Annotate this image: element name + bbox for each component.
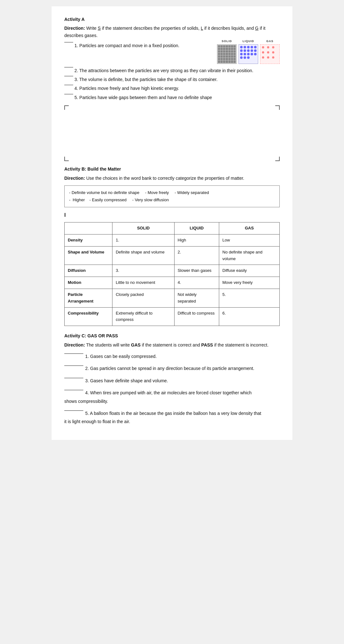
states-diagram: SOLID LIQUID <box>217 39 280 64</box>
question-item-3: 3. The volume is definite, but the parti… <box>64 76 280 83</box>
table-header-solid: SOLID <box>112 222 174 234</box>
activity-b-direction: Direction: Use the choices in the word b… <box>64 175 280 182</box>
question-text-1: 1. Particles are compact and move in a f… <box>74 42 214 49</box>
activity-c-text-1: 1. Gases can be easily compressed. <box>85 353 157 360</box>
activity-c-text-4: 4. When tires are pumped with air, the a… <box>85 389 252 396</box>
solid-compress: Extremely difficult to compress <box>112 307 174 326</box>
word-bank-item-1: Definite volume but no definite shape <box>72 190 139 195</box>
activity-c-text-5: 5. A balloon floats in the air because t… <box>85 410 261 417</box>
activity-c-text-4b: shows compressibility. <box>64 398 108 405</box>
liquid-density: High <box>174 234 219 247</box>
question-item-5: 5. Particles have wide gaps between them… <box>64 94 280 101</box>
question-text-2: 2. The attractions between the particles… <box>74 67 280 74</box>
activity-c-text-3: 3. Gases have definite shape and volume. <box>85 377 168 384</box>
blank-1 <box>64 42 73 42</box>
solid-label: SOLID <box>222 39 232 43</box>
activity-c-item-3: 3. Gases have definite shape and volume. <box>64 377 280 384</box>
liquid-particle: Not widely separated <box>174 289 219 308</box>
blank-5 <box>64 94 73 94</box>
gas-shape: No definite shape and volume <box>219 246 280 265</box>
question-text-4: 4. Particles move freely and have high k… <box>74 85 280 92</box>
blank-c-5 <box>64 410 83 411</box>
activity-c-item-2: 2. Gas particles cannot be spread in any… <box>64 365 280 372</box>
direction-label: Direction: <box>64 26 85 31</box>
word-bank-item-2: Move freely <box>148 190 169 195</box>
activity-c-title: Activity C: GAS OR PASS <box>64 332 280 339</box>
word-bank-item-4: Higher <box>72 197 85 202</box>
gas-word: GAS <box>131 342 141 347</box>
liquid-box: LIQUID <box>239 39 258 64</box>
question-item-2: 2. The attractions between the particles… <box>64 67 280 74</box>
activity-b-section: Activity B: Build the Matter Direction: … <box>64 166 280 326</box>
liquid-motion: 4. <box>174 277 219 289</box>
blank-3 <box>64 76 73 76</box>
diagram-area: 1. Particles are compact and move in a f… <box>64 42 280 64</box>
activity-b-direction-text: Use the choices in the word bank to corr… <box>86 176 244 181</box>
word-bank: - Definite volume but no definite shape … <box>64 185 280 207</box>
table-row: Particle Arrangement Closely packed Not … <box>65 289 280 308</box>
solid-shape: Definite shape and volume <box>112 246 174 265</box>
corner-box-a <box>64 105 280 121</box>
gas-key: G <box>255 26 258 31</box>
solid-grid <box>217 44 237 64</box>
word-bank-item-5: Easily compressed <box>92 197 126 202</box>
solid-box: SOLID <box>217 39 237 64</box>
page: Activity A Direction: Write S if the sta… <box>52 6 292 440</box>
gas-particle: 5. <box>219 289 280 308</box>
blank-c-1 <box>64 353 83 354</box>
gas-label: GAS <box>266 39 274 43</box>
activity-a-title: Activity A <box>64 16 280 23</box>
table-row: Density 1. High Low <box>65 234 280 247</box>
property-shape: Shape and Volume <box>65 246 112 265</box>
matter-table: SOLID LIQUID GAS Density 1. High Low Sha… <box>64 222 280 326</box>
table-header-liquid: LIQUID <box>174 222 219 234</box>
property-motion: Motion <box>65 277 112 289</box>
word-bank-item-3: Widely separated <box>177 190 209 195</box>
solid-diffusion: 3. <box>112 265 174 277</box>
activity-c-text-2: 2. Gas particles cannot be spread in any… <box>85 365 254 372</box>
corner-br-a <box>275 157 280 161</box>
diagram-text: 1. Particles are compact and move in a f… <box>64 42 214 51</box>
activity-c-item-5: 5. A balloon floats in the air because t… <box>64 410 280 425</box>
pass-word: PASS <box>201 342 213 347</box>
table-row: Motion Little to no movement 4. Move ver… <box>65 277 280 289</box>
word-bank-spacer-2 <box>170 190 174 195</box>
table-header-property <box>65 222 112 234</box>
gas-box: GAS <box>260 39 280 64</box>
gas-density: Low <box>219 234 280 247</box>
table-row: Shape and Volume Definite shape and volu… <box>65 246 280 265</box>
question-text-5: 5. Particles have wide gaps between them… <box>74 94 280 101</box>
word-bank-dash-4: - <box>69 197 72 202</box>
table-header-gas: GAS <box>219 222 280 234</box>
corner-bl-a <box>64 157 69 161</box>
activity-c-direction-label: Direction: <box>64 342 85 347</box>
table-row: Compressibility Extremely difficult to c… <box>65 307 280 326</box>
activity-c-text-5b: it is light enough to float in the air. <box>64 418 130 425</box>
activity-c-direction: Direction: The students will write GAS i… <box>64 341 280 348</box>
activity-a-direction: Direction: Write S if the statement desc… <box>64 25 280 39</box>
solid-motion: Little to no movement <box>112 277 174 289</box>
blank-4 <box>64 85 73 85</box>
activity-b-direction-label: Direction: <box>64 176 85 181</box>
question-item-1: 1. Particles are compact and move in a f… <box>64 42 214 49</box>
liquid-compress: Difficult to compress <box>174 307 219 326</box>
question-text-3: 3. The volume is definite, but the parti… <box>74 76 280 83</box>
solid-particle: Closely packed <box>112 289 174 308</box>
word-bank-item-6: Very slow diffusion <box>135 197 169 202</box>
solid-density: 1. <box>112 234 174 247</box>
word-bank-spacer-3 <box>86 197 88 202</box>
property-density: Density <box>65 234 112 247</box>
gas-grid <box>260 44 280 64</box>
blank-2 <box>64 67 73 67</box>
roman-marker: I <box>64 211 280 219</box>
corner-tl <box>64 105 69 110</box>
liquid-label: LIQUID <box>243 39 254 43</box>
property-diffusion: Diffusion <box>65 265 112 277</box>
gas-motion: Move very freely <box>219 277 280 289</box>
word-bank-spacer-1 <box>141 190 144 195</box>
blank-c-2 <box>64 366 83 366</box>
blank-c-3 <box>64 378 83 378</box>
gas-compress: 6. <box>219 307 280 326</box>
property-compress: Compressibility <box>65 307 112 326</box>
word-bank-dash-2: - <box>145 190 148 195</box>
